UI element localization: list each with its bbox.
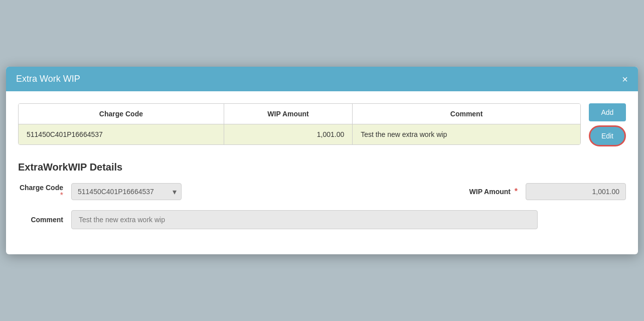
charge-code-select[interactable]: 511450C401P16664537 <box>71 183 182 200</box>
charge-code-label-group: Charge Code * <box>18 184 63 200</box>
wip-table: Charge Code WIP Amount Comment 511450C40… <box>19 104 580 144</box>
wip-required-star: * <box>515 187 518 196</box>
modal-title: Extra Work WIP <box>16 74 80 84</box>
wip-amount-group: WIP Amount * 1,001.00 <box>469 183 626 200</box>
form-row-1: Charge Code * 511450C401P16664537 WIP Am… <box>18 183 626 200</box>
charge-code-label: Charge Code <box>18 184 63 192</box>
table-action-buttons: Add Edit <box>589 103 626 146</box>
comment-label: Comment <box>18 216 63 224</box>
table-wrapper: Charge Code WIP Amount Comment 511450C40… <box>18 103 581 145</box>
wip-amount-input[interactable]: 1,001.00 <box>526 183 626 200</box>
comment-input[interactable] <box>71 210 538 229</box>
wip-amount-label: WIP Amount * <box>469 188 518 196</box>
details-section: ExtraWorkWIP Details Charge Code * 51145… <box>18 162 626 229</box>
form-row-2: Comment <box>18 210 626 229</box>
modal-header: Extra Work WIP × <box>6 67 638 91</box>
charge-code-group: Charge Code * 511450C401P16664537 <box>18 183 182 200</box>
col-charge-code: Charge Code <box>19 104 224 124</box>
modal-dialog: Extra Work WIP × Charge Code WIP Amount … <box>6 67 638 254</box>
comment-group: Comment <box>18 210 538 229</box>
table-section: Charge Code WIP Amount Comment 511450C40… <box>18 103 626 146</box>
cell-charge-code: 511450C401P16664537 <box>19 124 224 145</box>
table-header-row: Charge Code WIP Amount Comment <box>19 104 580 124</box>
table-row[interactable]: 511450C401P16664537 1,001.00 Test the ne… <box>19 124 580 145</box>
edit-button[interactable]: Edit <box>589 125 626 146</box>
charge-code-required: * <box>60 192 63 200</box>
close-button[interactable]: × <box>622 74 628 84</box>
col-comment: Comment <box>353 104 580 124</box>
cell-wip-amount: 1,001.00 <box>224 124 352 145</box>
add-button[interactable]: Add <box>589 103 626 121</box>
modal-body: Charge Code WIP Amount Comment 511450C40… <box>6 91 638 254</box>
col-wip-amount: WIP Amount <box>224 104 352 124</box>
charge-code-select-wrapper: 511450C401P16664537 <box>71 183 182 200</box>
details-title: ExtraWorkWIP Details <box>18 162 626 173</box>
cell-comment: Test the new extra work wip <box>353 124 580 145</box>
